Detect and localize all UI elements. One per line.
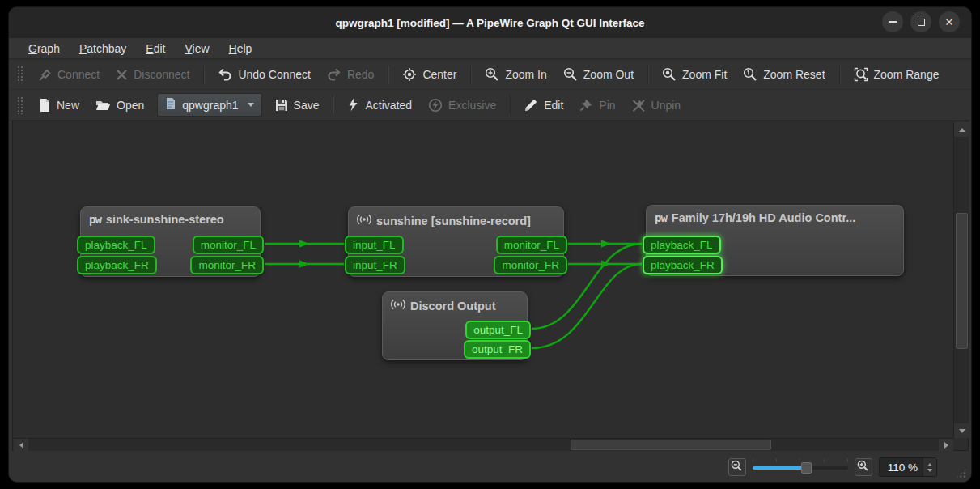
close-icon: ✕ — [945, 17, 954, 28]
window-controls: ✕ — [882, 11, 960, 32]
zoom-in-button[interactable]: Zoom In — [477, 62, 554, 87]
arrow-up-icon — [959, 128, 965, 132]
port-playback-fl[interactable]: playback_FL — [77, 236, 155, 254]
edit-toggle[interactable]: Edit — [516, 93, 571, 117]
patchbay-profile-dropdown[interactable]: qpwgraph1 — [157, 93, 261, 117]
port-playback-fr[interactable]: playback_FR — [77, 256, 157, 274]
graph-canvas[interactable]: pw sink-sunshine-stereo playback_FL play… — [14, 122, 953, 438]
toolbar-separator — [388, 66, 388, 84]
graph-toolbar: Connect Disconnect Undo Connect Redo Cen… — [9, 59, 971, 90]
port-monitor-fl[interactable]: monitor_FL — [496, 236, 567, 254]
zoom-fit-button[interactable]: Zoom Fit — [654, 62, 735, 87]
zoom-reset-button[interactable]: Zoom Reset — [735, 62, 833, 87]
undo-connect-button[interactable]: Undo Connect — [210, 62, 319, 87]
spin-up-icon — [927, 463, 932, 466]
menu-bar: Graph Patchbay Edit View Help — [9, 38, 971, 59]
unpin-button[interactable]: Unpin — [624, 93, 689, 117]
menu-help[interactable]: Help — [219, 40, 262, 57]
close-button[interactable]: ✕ — [939, 11, 960, 32]
unpin-icon — [632, 98, 646, 112]
maximize-button[interactable] — [910, 11, 931, 32]
resize-grip[interactable] — [956, 468, 966, 478]
node-discord-output[interactable]: Discord Output output_FL output_FR — [382, 291, 528, 360]
save-button[interactable]: Save — [267, 94, 328, 117]
arrow-right-icon — [944, 442, 948, 449]
minimize-button[interactable] — [882, 11, 903, 32]
center-icon — [402, 67, 417, 82]
port-monitor-fl[interactable]: monitor_FL — [193, 236, 264, 254]
toolbar-separator — [203, 66, 204, 84]
new-button[interactable]: New — [30, 93, 87, 117]
port-monitor-fr[interactable]: monitor_FR — [190, 256, 264, 274]
horizontal-scroll-thumb[interactable] — [571, 440, 771, 450]
connect-button[interactable]: Connect — [30, 63, 108, 87]
toolbar-separator — [470, 66, 471, 84]
toolbar-separator — [839, 66, 840, 84]
connections-layer — [14, 122, 953, 438]
patchbay-toolbar: New Open qpwgraph1 Save Activated Exclus… — [9, 90, 971, 121]
port-output-fr[interactable]: output_FR — [464, 340, 531, 359]
pencil-icon — [524, 98, 538, 112]
zoom-percent-spinbox[interactable]: 110 % — [879, 457, 937, 477]
zoom-out-button[interactable]: Zoom Out — [555, 62, 642, 87]
scroll-right-button[interactable] — [939, 439, 953, 452]
open-folder-icon — [95, 99, 111, 112]
toolbar-drag-handle[interactable] — [17, 96, 23, 114]
statusbar-zoom-in-button[interactable] — [855, 458, 872, 476]
node-sink-sunshine-stereo[interactable]: pw sink-sunshine-stereo playback_FL play… — [80, 206, 261, 277]
zoom-in-icon — [857, 460, 869, 475]
arrow-down-icon — [959, 429, 965, 433]
node-title: sunshine [sunshine-record] — [349, 207, 563, 232]
port-output-fl[interactable]: output_FL — [465, 321, 531, 339]
vertical-scroll-thumb[interactable] — [956, 213, 968, 349]
lightning-icon — [347, 98, 359, 112]
scroll-down-button[interactable] — [954, 423, 969, 438]
menu-graph[interactable]: Graph — [19, 40, 70, 57]
horizontal-scrollbar[interactable] — [14, 438, 953, 451]
port-monitor-fr[interactable]: monitor_FR — [494, 256, 567, 274]
scroll-left-button[interactable] — [14, 439, 28, 452]
redo-button[interactable]: Redo — [319, 62, 382, 87]
vertical-scrollbar[interactable] — [953, 122, 969, 438]
node-title: pw sink-sunshine-stereo — [81, 207, 260, 229]
media-node-icon — [391, 298, 405, 313]
statusbar-zoom-out-button[interactable] — [728, 458, 746, 476]
port-input-fl[interactable]: input_FL — [345, 236, 404, 254]
menu-edit[interactable]: Edit — [136, 40, 175, 57]
graph-canvas-frame: pw sink-sunshine-stereo playback_FL play… — [12, 121, 969, 451]
disconnect-button[interactable]: Disconnect — [108, 63, 197, 86]
zoom-fit-icon — [662, 67, 677, 82]
port-playback-fl[interactable]: playback_FL — [643, 236, 721, 254]
port-input-fr[interactable]: input_FR — [345, 256, 405, 274]
node-title: Discord Output — [383, 292, 527, 317]
activated-toggle[interactable]: Activated — [339, 93, 420, 117]
spinbox-arrows[interactable] — [923, 458, 936, 476]
open-button[interactable]: Open — [87, 94, 152, 117]
chevron-down-icon — [248, 103, 254, 107]
slider-fill — [753, 466, 806, 470]
port-playback-fr[interactable]: playback_FR — [643, 256, 723, 274]
toolbar-drag-handle[interactable] — [17, 66, 23, 83]
pipewire-icon: pw — [89, 213, 101, 226]
media-node-icon — [357, 213, 371, 228]
zoom-slider[interactable] — [753, 458, 848, 476]
node-family-hd-audio[interactable]: pw Family 17h/19h HD Audio Contr... play… — [646, 205, 904, 276]
menu-patchbay[interactable]: Patchbay — [70, 40, 136, 57]
disconnect-icon — [116, 69, 128, 81]
scroll-up-button[interactable] — [954, 122, 969, 137]
document-icon — [165, 97, 176, 113]
pin-button[interactable]: Pin — [571, 93, 623, 117]
window-title: qpwgraph1 [modified] — A PipeWire Graph … — [335, 17, 644, 29]
zoom-range-button[interactable]: Zoom Range — [846, 62, 948, 87]
exclusive-toggle[interactable]: Exclusive — [420, 93, 504, 117]
circled-lightning-icon — [428, 98, 443, 113]
zoom-out-icon — [563, 67, 578, 82]
center-button[interactable]: Center — [394, 62, 465, 87]
slider-handle[interactable] — [801, 462, 812, 474]
redo-icon — [327, 67, 342, 82]
minimize-icon — [889, 21, 897, 23]
app-window: qpwgraph1 [modified] — A PipeWire Graph … — [8, 6, 972, 483]
zoom-range-icon — [854, 67, 868, 82]
node-sunshine[interactable]: sunshine [sunshine-record] input_FL inpu… — [348, 206, 564, 277]
menu-view[interactable]: View — [175, 40, 218, 57]
